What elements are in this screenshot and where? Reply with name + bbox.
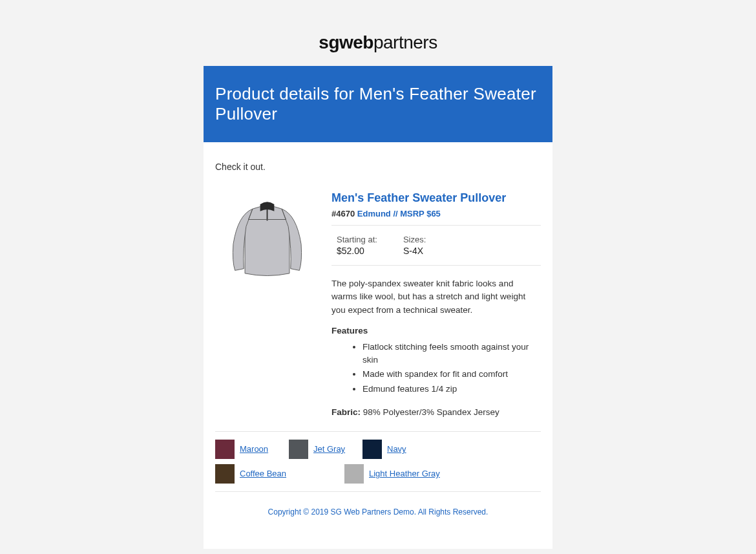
color-option-light-heather-gray[interactable]: Light Heather Gray bbox=[344, 464, 474, 484]
color-link[interactable]: Light Heather Gray bbox=[369, 469, 440, 478]
swatch-icon bbox=[215, 440, 235, 459]
color-link[interactable]: Jet Gray bbox=[313, 444, 345, 454]
pullover-illustration-icon bbox=[220, 191, 314, 285]
product-title: Men's Feather Sweater Pullover bbox=[331, 191, 541, 205]
fabric-label: Fabric: bbox=[331, 407, 361, 417]
color-link[interactable]: Navy bbox=[387, 444, 406, 454]
colors-section: Maroon Jet Gray Navy Coffee Bean Light H… bbox=[215, 431, 541, 492]
swatch-icon bbox=[289, 440, 308, 459]
sku-line: #4670 Edmund // MSRP $65 bbox=[331, 209, 541, 218]
page-title: Product details for Men's Feather Sweate… bbox=[204, 66, 552, 142]
intro-text: Check it out. bbox=[215, 162, 541, 172]
logo-bold: sgweb bbox=[319, 32, 373, 52]
swatch-icon bbox=[215, 464, 235, 484]
fabric-value: 98% Polyester/3% Spandex Jersey bbox=[363, 407, 499, 417]
color-link[interactable]: Maroon bbox=[240, 444, 268, 454]
starting-at-value: $52.00 bbox=[337, 246, 377, 256]
feature-item: Made with spandex for fit and comfort bbox=[362, 368, 541, 381]
sku-code: #4670 bbox=[331, 209, 355, 218]
logo-light: partners bbox=[373, 32, 437, 52]
color-option-maroon[interactable]: Maroon bbox=[215, 440, 289, 459]
starting-at-label: Starting at: bbox=[337, 235, 377, 244]
sizes-label: Sizes: bbox=[403, 235, 426, 244]
sizes-value: S-4X bbox=[403, 246, 426, 256]
feature-item: Edmund features 1/4 zip bbox=[362, 383, 541, 396]
product-image bbox=[215, 191, 319, 417]
meta-box: Starting at: $52.00 Sizes: S-4X bbox=[331, 225, 541, 266]
brand-logo: sgwebpartners bbox=[204, 32, 552, 53]
sku-brand-msrp: Edmund // MSRP $65 bbox=[357, 209, 441, 218]
color-link[interactable]: Coffee Bean bbox=[240, 469, 286, 478]
product-description: The poly-spandex sweater knit fabric loo… bbox=[331, 277, 541, 317]
swatch-icon bbox=[344, 464, 364, 484]
features-list: Flatlock stitching feels smooth against … bbox=[331, 341, 541, 396]
footer-copyright: Copyright © 2019 SG Web Partners Demo. A… bbox=[215, 492, 541, 536]
product-card: Product details for Men's Feather Sweate… bbox=[204, 66, 552, 549]
color-option-navy[interactable]: Navy bbox=[362, 440, 436, 459]
fabric-line: Fabric: 98% Polyester/3% Spandex Jersey bbox=[331, 407, 541, 417]
color-option-jet-gray[interactable]: Jet Gray bbox=[289, 440, 362, 459]
color-option-coffee-bean[interactable]: Coffee Bean bbox=[215, 464, 344, 484]
features-heading: Features bbox=[331, 326, 541, 336]
swatch-icon bbox=[362, 440, 382, 459]
feature-item: Flatlock stitching feels smooth against … bbox=[362, 341, 541, 367]
